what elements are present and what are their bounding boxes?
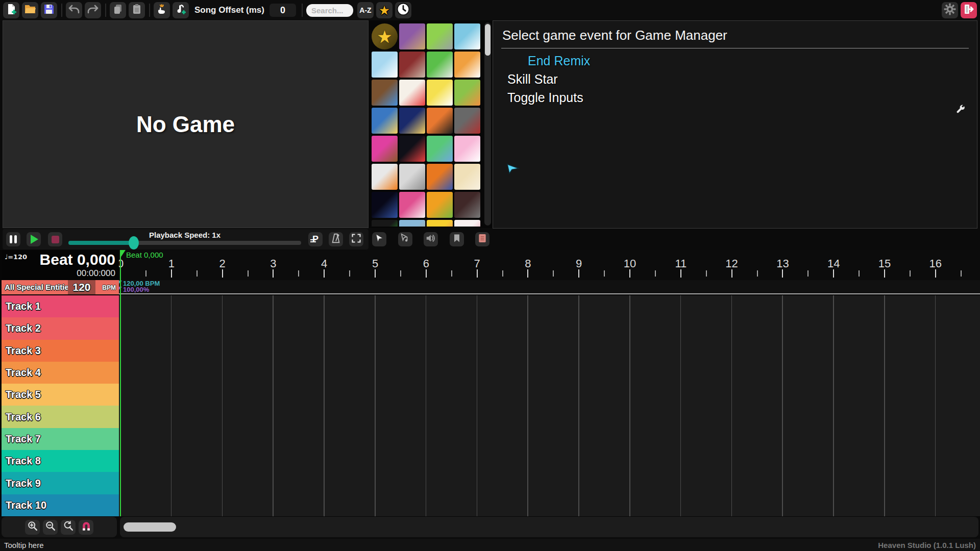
beat-tick [324,269,325,278]
game-icon-game-8[interactable] [454,52,480,78]
playhead-line[interactable] [120,250,121,516]
song-offset-value[interactable]: 0 [270,4,296,17]
magnet-icon [81,520,92,534]
music-select-tool-button[interactable] [398,232,412,246]
bookmark-button[interactable] [450,232,464,246]
timeline-tools [369,229,493,249]
playhead-flag-icon[interactable] [120,250,126,258]
game-icon-game-12[interactable] [454,80,480,106]
game-icon-game-6[interactable] [399,52,425,78]
timeline-ruler[interactable]: Beat 0,000 012345678910111213141516 [119,250,980,280]
game-icon-game-16[interactable] [454,108,480,134]
settings-button[interactable] [942,2,958,18]
tempo-volume-row[interactable]: 120,00 BPM 100,00% [119,280,980,294]
game-icon-game-25[interactable] [372,192,398,218]
playback-speed-slider[interactable] [68,241,301,245]
half-beat-tick [298,270,299,277]
app-window: Song Offset (ms) 0 A-Z ★ No Game [0,0,980,551]
pause-button[interactable] [6,232,20,246]
track-row-track-6[interactable]: Track 6 [2,406,119,428]
game-icon-game-19[interactable] [427,136,453,162]
track-row-track-2[interactable]: Track 2 [2,317,119,339]
track-row-track-10[interactable]: Track 10 [2,494,119,516]
redo-button[interactable] [85,2,101,18]
new-file-button[interactable] [3,2,19,18]
track-row-track-3[interactable]: Track 3 [2,340,119,362]
game-icon-game-24[interactable] [454,164,480,190]
stop-button[interactable] [48,232,62,246]
track-row-track-8[interactable]: Track 8 [2,450,119,472]
open-file-button[interactable] [22,2,38,18]
track-row-track-1[interactable]: Track 1 [2,295,119,317]
half-beat-tick [961,270,962,277]
zoom-reset-button[interactable] [61,520,76,535]
sort-az-button[interactable]: A-Z [357,2,374,18]
game-icon-game-5[interactable] [372,52,398,78]
playback-speed-slider-knob[interactable] [129,236,139,249]
volume-button[interactable] [424,232,438,246]
event-item-end-remix[interactable]: End Remix [493,54,977,68]
tracks-grid[interactable] [119,295,980,516]
remix-notes-button[interactable] [475,232,489,246]
paste-button[interactable] [129,2,145,18]
metronome-button[interactable] [329,232,343,246]
game-icon-game-4[interactable] [454,23,480,49]
stop-icon [52,236,59,243]
game-icon-game-21[interactable] [372,164,398,190]
tap-tempo-button[interactable] [154,2,170,18]
zoom-out-button[interactable] [43,520,58,535]
game-icon-game-29[interactable] [372,220,398,227]
undo-button[interactable] [66,2,82,18]
game-icon-game-manager[interactable]: ★ [372,23,398,49]
track-row-track-4[interactable]: Track 4 [2,362,119,384]
fullscreen-button[interactable] [349,232,363,246]
game-icon-game-3[interactable] [427,23,453,49]
track-row-track-9[interactable]: Track 9 [2,472,119,494]
copy-button[interactable] [110,2,126,18]
play-button[interactable] [27,232,41,246]
select-tool-button[interactable] [372,232,386,246]
wrench-icon[interactable] [955,105,966,117]
half-beat-tick [349,270,350,277]
game-icon-game-28[interactable] [454,192,480,218]
game-icon-game-20[interactable] [454,136,480,162]
special-entities-row[interactable]: All Special Entities 120 BPM [2,280,119,294]
game-icon-game-18[interactable] [399,136,425,162]
game-icon-game-17[interactable] [372,136,398,162]
game-icon-game-22[interactable] [399,164,425,190]
exit-button[interactable] [961,2,977,18]
game-grid-scroll-thumb[interactable] [485,24,491,56]
event-item-skill-star[interactable]: Skill Star [493,72,977,87]
search-input[interactable] [306,4,353,17]
snap-magnet-button[interactable] [79,520,93,535]
game-icon-game-13[interactable] [372,108,398,134]
game-icon-game-14[interactable] [399,108,425,134]
event-item-toggle-inputs[interactable]: Toggle Inputs [493,90,977,105]
game-icon-game-9[interactable] [372,80,398,106]
game-icon-game-27[interactable] [427,192,453,218]
zoom-in-button[interactable] [25,520,40,535]
game-icon-game-11[interactable] [427,80,453,106]
pitch-toggle-button[interactable]: P [308,232,323,246]
recent-button[interactable] [395,2,411,18]
tempo-note-label: ♩=120 [5,253,27,261]
timeline-scrollbar[interactable] [120,517,978,537]
timeline-scroll-thumb[interactable] [124,522,176,532]
track-row-track-5[interactable]: Track 5 [2,384,119,406]
game-icon-game-30[interactable] [399,220,425,227]
game-icon-game-32[interactable] [454,220,480,227]
game-icon-game-15[interactable] [427,108,453,134]
save-button[interactable] [41,2,57,18]
game-icon-game-23[interactable] [427,164,453,190]
track-row-track-7[interactable]: Track 7 [2,428,119,450]
bpm-value[interactable]: 120 [68,280,95,294]
game-icon-game-31[interactable] [427,220,453,227]
favorites-button[interactable]: ★ [376,2,393,18]
game-icon-game-26[interactable] [399,192,425,218]
beat-tick [426,269,427,278]
game-grid-scrollbar[interactable] [484,22,491,226]
game-icon-game-2[interactable] [399,23,425,49]
game-icon-game-7[interactable] [427,52,453,78]
game-icon-game-10[interactable] [399,80,425,106]
add-music-button[interactable] [173,2,189,18]
